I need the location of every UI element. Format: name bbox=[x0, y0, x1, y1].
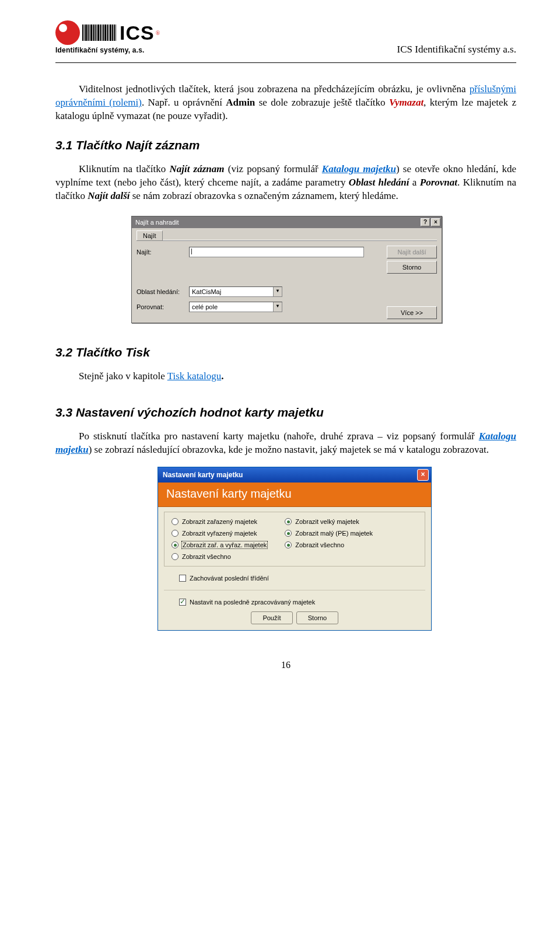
checkbox-keep-sort[interactable]: Zachovávat poslední třídění bbox=[179, 575, 425, 582]
more-button[interactable]: Více >> bbox=[387, 306, 437, 319]
search-area-combo[interactable]: KatCisMaj ▼ bbox=[189, 286, 282, 297]
radio-icon bbox=[172, 553, 178, 560]
radio-zar-vyraz[interactable]: Zobrazit zař. a vyřaz. majetek bbox=[172, 541, 267, 548]
dialog2-header-banner: Nastavení karty majetku bbox=[158, 483, 431, 507]
logo-circle-icon bbox=[55, 20, 80, 45]
link-tisk-katalogu[interactable]: Tisk katalogu bbox=[167, 370, 221, 382]
help-button[interactable]: ? bbox=[421, 218, 430, 226]
radio-icon bbox=[172, 518, 178, 525]
checkbox-icon bbox=[179, 599, 186, 606]
company-logo: ICS ® Identifikační systémy, a.s. bbox=[55, 20, 160, 54]
compare-combo[interactable]: celé pole ▼ bbox=[189, 302, 282, 312]
find-replace-dialog: Najít a nahradit ? × Najít Najít: | Obla… bbox=[131, 216, 442, 323]
label-find: Najít: bbox=[136, 249, 189, 256]
checkbox-set-last[interactable]: Nastavit na posledně zpracovávaný majete… bbox=[179, 599, 425, 606]
label-search-area: Oblast hledání: bbox=[136, 288, 189, 295]
intro-paragraph: Viditelnost jednotlivých tlačítek, která… bbox=[55, 83, 516, 123]
radio-icon bbox=[285, 541, 292, 548]
chevron-down-icon: ▼ bbox=[273, 302, 282, 312]
tab-find[interactable]: Najít bbox=[136, 230, 163, 240]
radio-icon bbox=[285, 518, 292, 525]
label-compare: Porovnat: bbox=[136, 303, 189, 310]
heading-3-3: 3.3 Nastavení výchozích hodnot karty maj… bbox=[55, 405, 516, 419]
registered-mark: ® bbox=[156, 30, 160, 36]
page-number: 16 bbox=[55, 660, 516, 670]
radio-vsechno-right[interactable]: Zobrazit všechno bbox=[285, 541, 373, 548]
radio-icon bbox=[172, 541, 178, 548]
barcode-icon bbox=[82, 25, 116, 41]
radio-vsechno-left[interactable]: Zobrazit všechno bbox=[172, 553, 267, 560]
dialog-title: Najít a nahradit bbox=[135, 216, 179, 228]
section-3-1-paragraph: Kliknutím na tlačítko Najít záznam (viz … bbox=[55, 163, 516, 203]
section-3-3-paragraph: Po stisknutí tlačítka pro nastavení kart… bbox=[55, 430, 516, 457]
radio-vyrazeny[interactable]: Zobrazit vyřazený majetek bbox=[172, 530, 267, 537]
find-next-button[interactable]: Najít další bbox=[387, 246, 437, 258]
checkbox-icon bbox=[179, 575, 186, 582]
header-divider bbox=[55, 62, 516, 63]
heading-3-2: 3.2 Tlačítko Tisk bbox=[55, 345, 516, 359]
separator bbox=[164, 590, 425, 590]
logo-subtitle: Identifikační systémy, a.s. bbox=[55, 46, 160, 54]
find-input[interactable]: | bbox=[189, 247, 364, 257]
close-button[interactable]: × bbox=[431, 218, 440, 226]
chevron-down-icon: ▼ bbox=[273, 287, 282, 296]
radio-icon bbox=[285, 530, 292, 537]
radio-maly-pe[interactable]: Zobrazit malý (PE) majetek bbox=[285, 530, 373, 537]
section-3-2-paragraph: Stejně jako v kapitole Tisk katalogu. bbox=[79, 370, 516, 383]
header-company-name: ICS Identifikační systémy a.s. bbox=[397, 44, 516, 55]
dialog2-title: Nastavení karty majetku bbox=[163, 471, 243, 479]
logo-text: ICS bbox=[120, 25, 155, 41]
heading-3-1: 3.1 Tlačítko Najít záznam bbox=[55, 138, 516, 152]
cancel-button[interactable]: Storno bbox=[296, 611, 338, 624]
link-katalogu-majetku-1[interactable]: Katalogu majetku bbox=[322, 163, 396, 174]
close-button[interactable]: × bbox=[417, 469, 429, 481]
settings-dialog: Nastavení karty majetku × Nastavení kart… bbox=[158, 467, 432, 631]
radio-icon bbox=[172, 530, 178, 537]
radio-zarazeny[interactable]: Zobrazit zařazený majetek bbox=[172, 518, 267, 525]
radio-velky[interactable]: Zobrazit velký majetek bbox=[285, 518, 373, 525]
apply-button[interactable]: Použít bbox=[251, 611, 293, 624]
radio-group-container: Zobrazit zařazený majetek Zobrazit vyřaz… bbox=[164, 512, 425, 567]
cancel-button[interactable]: Storno bbox=[387, 261, 437, 274]
